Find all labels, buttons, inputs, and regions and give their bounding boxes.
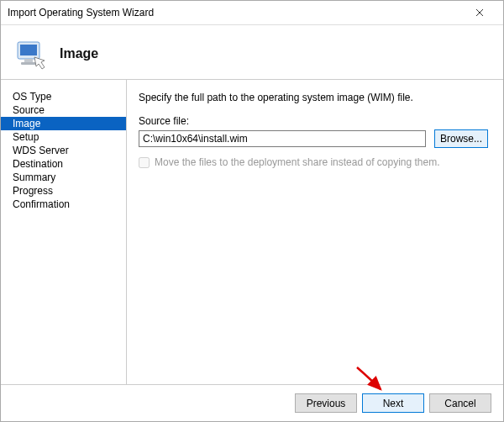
source-file-label: Source file: <box>139 115 488 127</box>
step-source[interactable]: Source <box>1 103 126 117</box>
steps-sidebar: OS Type Source Image Setup WDS Server De… <box>1 80 127 384</box>
wizard-header: Image <box>1 25 503 80</box>
close-button[interactable] <box>463 1 496 24</box>
svg-rect-3 <box>21 62 36 65</box>
move-files-option: Move the files to the deployment share i… <box>139 156 488 168</box>
cancel-button[interactable]: Cancel <box>429 393 491 413</box>
step-destination[interactable]: Destination <box>1 157 126 171</box>
step-os-type[interactable]: OS Type <box>1 90 126 103</box>
instruction-text: Specify the full path to the operating s… <box>139 92 488 103</box>
wizard-body: OS Type Source Image Setup WDS Server De… <box>1 80 503 384</box>
svg-rect-2 <box>24 59 33 62</box>
move-files-checkbox <box>139 157 150 168</box>
step-progress[interactable]: Progress <box>1 184 126 198</box>
step-confirmation[interactable]: Confirmation <box>1 198 126 211</box>
window-title: Import Operating System Wizard <box>8 7 463 18</box>
step-image[interactable]: Image <box>1 117 126 130</box>
move-files-label: Move the files to the deployment share i… <box>155 156 440 168</box>
step-summary[interactable]: Summary <box>1 171 126 184</box>
close-icon <box>475 6 484 19</box>
source-file-input[interactable] <box>139 130 426 147</box>
previous-button[interactable]: Previous <box>295 393 357 413</box>
step-setup[interactable]: Setup <box>1 130 126 144</box>
next-button[interactable]: Next <box>362 393 424 413</box>
browse-button[interactable]: Browse... <box>434 129 488 148</box>
page-heading: Image <box>60 46 98 61</box>
titlebar: Import Operating System Wizard <box>1 1 503 25</box>
computer-icon <box>14 37 48 71</box>
svg-rect-1 <box>20 45 37 55</box>
step-wds-server[interactable]: WDS Server <box>1 144 126 157</box>
wizard-window: Import Operating System Wizard Image OS … <box>0 0 504 422</box>
wizard-content: Specify the full path to the operating s… <box>127 80 503 384</box>
wizard-footer: Previous Next Cancel <box>1 384 503 421</box>
